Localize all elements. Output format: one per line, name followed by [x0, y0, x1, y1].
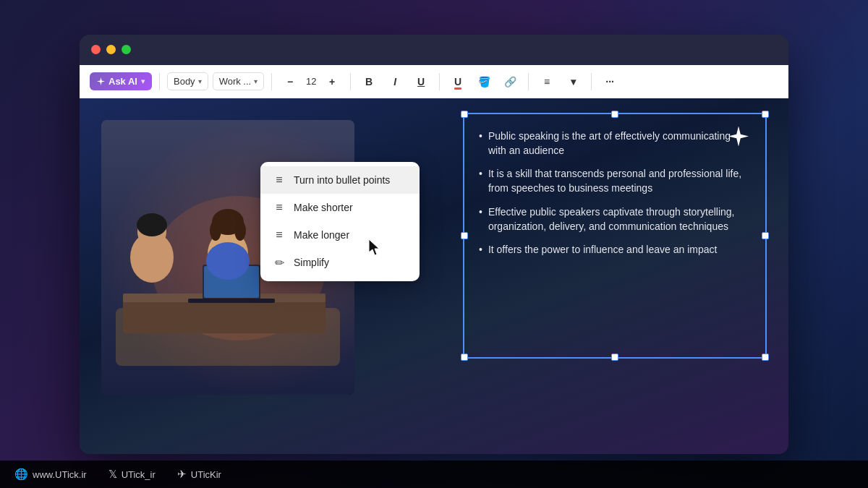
- footer-website: 🌐 www.UTick.ir: [14, 468, 87, 481]
- font-size-value: 12: [302, 76, 320, 87]
- twitter-label: UTick_ir: [122, 469, 156, 480]
- work-label: Work ...: [219, 76, 252, 87]
- ask-ai-button[interactable]: Ask AI ▾: [90, 72, 152, 90]
- italic-button[interactable]: I: [384, 71, 406, 93]
- separator-3: [350, 73, 351, 90]
- align-chevron-button[interactable]: ▾: [562, 71, 584, 93]
- svg-rect-5: [188, 299, 275, 303]
- footer-telegram: ✈ UTicKir: [177, 468, 221, 481]
- handle-middle-right[interactable]: [762, 232, 769, 239]
- underline-button[interactable]: U: [410, 71, 432, 93]
- separator-5: [528, 73, 529, 90]
- make-longer-label: Make longer: [294, 229, 349, 241]
- telegram-label: UTicKir: [191, 469, 221, 480]
- simplify-label: Simplify: [294, 257, 329, 268]
- handle-top-left[interactable]: [461, 111, 468, 118]
- title-bar: [80, 35, 788, 65]
- increase-font-button[interactable]: +: [321, 71, 343, 93]
- separator-2: [271, 73, 272, 90]
- telegram-icon: ✈: [177, 468, 187, 481]
- body-label: Body: [174, 76, 195, 87]
- ask-ai-label: Ask AI: [109, 76, 137, 87]
- menu-item-simplify[interactable]: ✏ Simplify: [260, 249, 420, 277]
- body-chevron-icon: ▾: [198, 77, 202, 85]
- separator-1: [159, 73, 160, 90]
- highlight-button[interactable]: 🪣: [473, 71, 495, 93]
- website-label: www.UTick.ir: [33, 469, 87, 480]
- bullet-2: It is a skill that transcends personal a…: [479, 166, 751, 196]
- toolbar: Ask AI ▾ Body ▾ Work ... ▾ − 12 + B I U: [80, 65, 788, 98]
- bullet-4: It offers the power to influence and lea…: [479, 242, 751, 257]
- svg-point-19: [206, 242, 250, 280]
- svg-point-13: [234, 221, 246, 241]
- twitter-icon: 𝕏: [109, 468, 117, 481]
- handle-bottom-left[interactable]: [461, 354, 468, 361]
- bullet-points-icon: ≡: [272, 174, 286, 187]
- bold-button[interactable]: B: [358, 71, 380, 93]
- work-dropdown[interactable]: Work ... ▾: [213, 72, 265, 90]
- svg-point-12: [210, 221, 221, 241]
- content-area: Public speaking is the art of effectivel…: [80, 98, 788, 454]
- ai-star-icon: [97, 77, 105, 85]
- footer-twitter: 𝕏 UTick_ir: [109, 468, 156, 481]
- make-shorter-icon: ≡: [272, 201, 286, 214]
- menu-item-bullet-points[interactable]: ≡ Turn into bullet points: [260, 166, 420, 194]
- menu-item-make-shorter[interactable]: ≡ Make shorter: [260, 194, 420, 221]
- bullet-3: Effective public speakers captivate thro…: [479, 205, 751, 234]
- more-options-button[interactable]: ···: [599, 71, 621, 93]
- separator-6: [591, 73, 592, 90]
- minimize-button[interactable]: [106, 45, 116, 54]
- simplify-icon: ✏: [272, 256, 286, 270]
- separator-4: [439, 73, 440, 90]
- bullet-1: Public speaking is the art of effectivel…: [479, 129, 751, 158]
- menu-item-make-longer[interactable]: ≡ Make longer: [260, 221, 420, 249]
- website-icon: 🌐: [14, 468, 28, 481]
- body-dropdown[interactable]: Body ▾: [167, 72, 208, 90]
- app-window: Ask AI ▾ Body ▾ Work ... ▾ − 12 + B I U: [80, 35, 788, 454]
- bullet-points-label: Turn into bullet points: [294, 174, 390, 186]
- handle-top-middle[interactable]: [611, 111, 618, 118]
- text-color-letter: U: [454, 76, 461, 87]
- font-size-group: − 12 +: [279, 71, 343, 93]
- color-indicator: [454, 87, 461, 90]
- chevron-down-icon: ▾: [141, 77, 145, 85]
- footer-bar: 🌐 www.UTick.ir 𝕏 UTick_ir ✈ UTicKir: [0, 461, 868, 488]
- align-button[interactable]: ≡: [536, 71, 558, 93]
- ai-dropdown-menu: ≡ Turn into bullet points ≡ Make shorter…: [260, 162, 420, 281]
- work-chevron-icon: ▾: [254, 77, 258, 85]
- handle-bottom-middle[interactable]: [611, 354, 618, 361]
- handle-middle-left[interactable]: [461, 232, 468, 239]
- link-button[interactable]: 🔗: [499, 71, 521, 93]
- svg-point-8: [137, 213, 167, 236]
- make-longer-icon: ≡: [272, 228, 286, 241]
- decrease-font-button[interactable]: −: [279, 71, 301, 93]
- close-button[interactable]: [91, 45, 101, 54]
- text-color-button[interactable]: U: [447, 71, 469, 93]
- maximize-button[interactable]: [122, 45, 131, 54]
- make-shorter-label: Make shorter: [294, 202, 353, 213]
- outer-background: Ask AI ▾ Body ▾ Work ... ▾ − 12 + B I U: [0, 0, 868, 488]
- handle-top-right[interactable]: [762, 111, 769, 118]
- handle-bottom-right[interactable]: [762, 354, 769, 361]
- text-content-box[interactable]: Public speaking is the art of effectivel…: [463, 113, 767, 359]
